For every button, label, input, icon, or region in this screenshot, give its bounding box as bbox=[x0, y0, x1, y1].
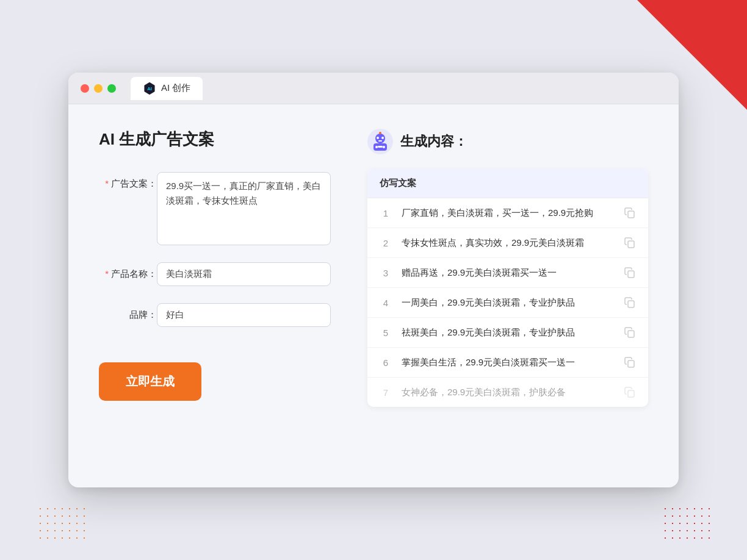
svg-rect-5 bbox=[378, 140, 382, 142]
panel-title: AI 生成广告文案 bbox=[99, 129, 331, 150]
browser-window: AI AI 创作 AI 生成广告文案 *广告文案： *产品名称： bbox=[68, 73, 679, 487]
window-controls bbox=[81, 84, 116, 93]
table-row: 5 祛斑美白，29.9元美白淡斑霜，专业护肤品 bbox=[367, 318, 648, 348]
copy-icon[interactable] bbox=[624, 356, 636, 368]
table-row: 7 女神必备，29.9元美白淡斑霜，护肤必备 bbox=[367, 378, 648, 407]
svg-point-3 bbox=[377, 137, 379, 139]
required-star-2: * bbox=[105, 268, 109, 279]
tab-title: AI 创作 bbox=[161, 82, 190, 94]
browser-tab[interactable]: AI AI 创作 bbox=[131, 77, 203, 100]
bg-decoration-dots-right bbox=[662, 505, 710, 542]
result-rows-container: 1 厂家直销，美白淡斑霜，买一送一，29.9元抢购 2 专抹女性斑点，真实功效，… bbox=[367, 198, 648, 407]
svg-rect-14 bbox=[628, 271, 634, 278]
brand-label: 品牌： bbox=[99, 303, 157, 321]
left-panel: AI 生成广告文案 *广告文案： *产品名称： 品牌： 立 bbox=[99, 129, 331, 458]
row-number: 5 bbox=[380, 328, 392, 338]
result-header: 生成内容： bbox=[367, 129, 648, 154]
title-bar: AI AI 创作 bbox=[68, 73, 679, 104]
svg-rect-13 bbox=[628, 241, 634, 248]
table-row: 2 专抹女性斑点，真实功效，29.9元美白淡斑霜 bbox=[367, 228, 648, 258]
row-number: 4 bbox=[380, 298, 392, 308]
row-number: 1 bbox=[380, 208, 392, 218]
row-text: 女神必备，29.9元美白淡斑霜，护肤必备 bbox=[402, 387, 614, 398]
ad-copy-input[interactable] bbox=[157, 172, 331, 245]
generate-button[interactable]: 立即生成 bbox=[99, 362, 201, 401]
row-text: 厂家直销，美白淡斑霜，买一送一，29.9元抢购 bbox=[402, 207, 614, 219]
row-number: 6 bbox=[380, 357, 392, 368]
right-panel: 生成内容： 仿写文案 1 厂家直销，美白淡斑霜，买一送一，29.9元抢购 2 专… bbox=[367, 129, 648, 458]
ad-copy-row: *广告文案： bbox=[99, 172, 331, 245]
brand-row: 品牌： bbox=[99, 303, 331, 327]
copy-icon[interactable] bbox=[624, 267, 636, 279]
robot-icon bbox=[367, 129, 393, 154]
svg-point-9 bbox=[375, 146, 378, 148]
table-header: 仿写文案 bbox=[367, 169, 648, 198]
table-row: 3 赠品再送，29.9元美白淡斑霜买一送一 bbox=[367, 258, 648, 288]
svg-rect-17 bbox=[628, 361, 634, 367]
ad-copy-label: *广告文案： bbox=[99, 172, 157, 190]
close-button[interactable] bbox=[81, 84, 89, 93]
ai-icon: AI bbox=[143, 82, 156, 95]
svg-rect-15 bbox=[628, 301, 634, 307]
svg-point-7 bbox=[379, 132, 381, 134]
row-text: 掌握美白生活，29.9元美白淡斑霜买一送一 bbox=[402, 357, 614, 368]
main-content: AI 生成广告文案 *广告文案： *产品名称： 品牌： 立 bbox=[68, 104, 679, 483]
product-name-label: *产品名称： bbox=[99, 262, 157, 280]
brand-input[interactable] bbox=[157, 303, 331, 327]
table-row: 6 掌握美白生活，29.9元美白淡斑霜买一送一 bbox=[367, 348, 648, 378]
svg-rect-11 bbox=[378, 146, 383, 148]
copy-icon[interactable] bbox=[624, 207, 636, 219]
row-text: 赠品再送，29.9元美白淡斑霜买一送一 bbox=[402, 267, 614, 279]
svg-rect-18 bbox=[628, 390, 634, 397]
bg-decoration-dots-left bbox=[37, 505, 85, 542]
svg-text:AI: AI bbox=[147, 86, 152, 92]
row-number: 3 bbox=[380, 268, 392, 278]
svg-rect-12 bbox=[628, 211, 634, 218]
product-name-row: *产品名称： bbox=[99, 262, 331, 286]
required-star: * bbox=[105, 178, 109, 188]
row-text: 专抹女性斑点，真实功效，29.9元美白淡斑霜 bbox=[402, 237, 614, 249]
minimize-button[interactable] bbox=[94, 84, 103, 93]
result-title: 生成内容： bbox=[400, 132, 467, 151]
row-text: 一周美白，29.9元美白淡斑霜，专业护肤品 bbox=[402, 297, 614, 309]
maximize-button[interactable] bbox=[107, 84, 116, 93]
product-name-input[interactable] bbox=[157, 262, 331, 286]
svg-point-10 bbox=[383, 146, 385, 148]
copy-icon[interactable] bbox=[624, 326, 636, 339]
row-number: 2 bbox=[380, 238, 392, 248]
copy-icon[interactable] bbox=[624, 296, 636, 309]
copy-icon[interactable] bbox=[624, 237, 636, 249]
svg-rect-16 bbox=[628, 331, 634, 337]
copy-icon[interactable] bbox=[624, 386, 636, 398]
table-row: 1 厂家直销，美白淡斑霜，买一送一，29.9元抢购 bbox=[367, 198, 648, 228]
row-number: 7 bbox=[380, 387, 392, 398]
result-table: 仿写文案 1 厂家直销，美白淡斑霜，买一送一，29.9元抢购 2 专抹女性斑点，… bbox=[367, 169, 648, 407]
row-text: 祛斑美白，29.9元美白淡斑霜，专业护肤品 bbox=[402, 327, 614, 339]
table-row: 4 一周美白，29.9元美白淡斑霜，专业护肤品 bbox=[367, 288, 648, 318]
svg-point-4 bbox=[381, 137, 384, 139]
